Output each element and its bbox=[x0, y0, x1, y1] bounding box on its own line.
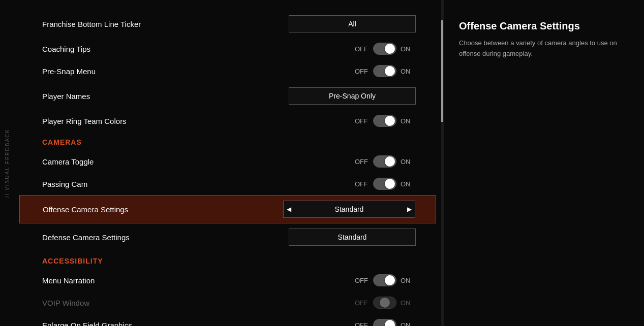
label-menu-narration: Menu Narration bbox=[42, 276, 95, 285]
label-camera-toggle: Camera Toggle bbox=[42, 157, 94, 166]
toggle-camera-toggle[interactable] bbox=[373, 155, 396, 168]
toggle-off-label-coaching-tips: OFF bbox=[355, 45, 369, 53]
toggle-on-label-pre-snap-menu: ON bbox=[401, 68, 415, 75]
row-offense-camera-settings[interactable]: Offense Camera Settings ◀ Standard ▶ bbox=[19, 195, 436, 223]
toggle-off-label-menu-narration: OFF bbox=[355, 277, 369, 284]
row-camera-toggle: Camera Toggle OFF ON bbox=[14, 150, 441, 173]
toggle-on-label-enlarge: ON bbox=[401, 321, 415, 327]
section-accessibility: Accessibility bbox=[14, 251, 441, 269]
toggle-knob-coaching-tips bbox=[385, 44, 395, 54]
row-enlarge-on-field: Enlarge On Field Graphics OFF ON bbox=[14, 314, 441, 326]
toggle-pre-snap-menu[interactable] bbox=[373, 65, 396, 77]
toggle-on-label-passing-cam: ON bbox=[401, 180, 415, 188]
value-player-names: Pre-Snap Only bbox=[329, 92, 376, 100]
row-player-names: Player Names Pre-Snap Only bbox=[14, 82, 441, 110]
label-defense-camera-settings: Defense Camera Settings bbox=[42, 233, 130, 242]
label-passing-cam: Passing Cam bbox=[42, 180, 87, 188]
arrow-right-offense-camera[interactable]: ▶ bbox=[407, 206, 412, 213]
selector-defense-camera-settings[interactable]: Standard bbox=[289, 229, 416, 246]
row-pre-snap-menu: Pre-Snap Menu OFF ON bbox=[14, 60, 441, 82]
row-passing-cam: Passing Cam OFF ON bbox=[14, 173, 441, 195]
toggle-on-label-voip: ON bbox=[401, 299, 415, 307]
selector-offense-camera-settings[interactable]: ◀ Standard ▶ bbox=[283, 201, 415, 218]
toggle-container-menu-narration: OFF ON bbox=[355, 274, 416, 286]
section-cameras: Cameras bbox=[14, 132, 441, 150]
toggle-off-label-pre-snap-menu: OFF bbox=[355, 68, 369, 75]
toggle-container-coaching-tips: OFF ON bbox=[355, 43, 416, 55]
toggle-container-voip: OFF ON bbox=[355, 297, 416, 309]
toggle-knob-enlarge bbox=[385, 320, 395, 326]
toggle-off-label-player-ring: OFF bbox=[355, 117, 369, 125]
row-coaching-tips: Coaching Tips OFF ON bbox=[14, 38, 441, 60]
toggle-off-label-camera-toggle: OFF bbox=[355, 158, 369, 166]
row-voip-window: VOIP Window OFF ON bbox=[14, 291, 441, 314]
label-coaching-tips: Coaching Tips bbox=[42, 45, 90, 53]
row-defense-camera-settings: Defense Camera Settings Standard bbox=[14, 223, 441, 251]
toggle-knob-camera-toggle bbox=[385, 156, 395, 167]
label-player-ring-team-colors: Player Ring Team Colors bbox=[42, 117, 127, 125]
toggle-container-camera-toggle: OFF ON bbox=[355, 155, 416, 168]
toggle-off-label-passing-cam: OFF bbox=[355, 180, 369, 188]
toggle-knob-player-ring bbox=[385, 116, 395, 126]
label-voip-window: VOIP Window bbox=[42, 299, 89, 307]
scrollbar[interactable] bbox=[441, 0, 443, 326]
feedback-label: // VISUAL FEEDBACK bbox=[5, 128, 10, 198]
info-title: Offense Camera Settings bbox=[459, 20, 626, 32]
toggle-on-label-menu-narration: ON bbox=[401, 277, 415, 284]
label-franchise-bottom-line: Franchise Bottom Line Ticker bbox=[42, 20, 141, 28]
value-offense-camera-settings: Standard bbox=[335, 205, 364, 213]
toggle-player-ring[interactable] bbox=[373, 115, 396, 127]
scroll-thumb[interactable] bbox=[441, 20, 443, 122]
toggle-voip bbox=[373, 297, 396, 309]
toggle-coaching-tips[interactable] bbox=[373, 43, 396, 55]
toggle-on-label-player-ring: ON bbox=[401, 117, 415, 125]
arrow-left-offense-camera[interactable]: ◀ bbox=[287, 206, 291, 213]
row-menu-narration: Menu Narration OFF ON bbox=[14, 269, 441, 291]
selector-player-names[interactable]: Pre-Snap Only bbox=[289, 87, 416, 105]
feedback-bar: // VISUAL FEEDBACK bbox=[0, 0, 14, 326]
toggle-knob-pre-snap-menu bbox=[385, 66, 395, 76]
label-pre-snap-menu: Pre-Snap Menu bbox=[42, 67, 96, 76]
toggle-on-label-camera-toggle: ON bbox=[401, 158, 415, 166]
toggle-knob-menu-narration bbox=[385, 275, 395, 285]
value-defense-camera-settings: Standard bbox=[338, 233, 367, 241]
toggle-on-label-coaching-tips: ON bbox=[401, 45, 415, 53]
toggle-menu-narration[interactable] bbox=[373, 274, 396, 286]
toggle-container-pre-snap-menu: OFF ON bbox=[355, 65, 416, 77]
row-franchise-bottom-line: Franchise Bottom Line Ticker All bbox=[14, 10, 441, 38]
toggle-container-player-ring: OFF ON bbox=[355, 115, 416, 127]
settings-panel: Franchise Bottom Line Ticker All Coachin… bbox=[14, 0, 441, 326]
label-enlarge-on-field: Enlarge On Field Graphics bbox=[42, 321, 132, 327]
info-description: Choose between a variety of camera angle… bbox=[459, 38, 626, 59]
row-player-ring-team-colors: Player Ring Team Colors OFF ON bbox=[14, 110, 441, 132]
info-panel: Offense Camera Settings Choose between a… bbox=[443, 0, 641, 326]
toggle-container-enlarge: OFF ON bbox=[355, 319, 416, 326]
value-franchise-bottom-line: All bbox=[348, 20, 356, 28]
label-offense-camera-settings: Offense Camera Settings bbox=[43, 205, 128, 214]
main-content: Franchise Bottom Line Ticker All Coachin… bbox=[14, 0, 644, 326]
label-player-names: Player Names bbox=[42, 92, 90, 101]
selector-franchise-bottom-line[interactable]: All bbox=[289, 15, 416, 32]
toggle-container-passing-cam: OFF ON bbox=[355, 178, 416, 190]
toggle-passing-cam[interactable] bbox=[373, 178, 396, 190]
toggle-knob-voip bbox=[380, 298, 390, 308]
toggle-knob-passing-cam bbox=[385, 179, 395, 189]
toggle-enlarge[interactable] bbox=[373, 319, 396, 326]
toggle-off-label-voip: OFF bbox=[355, 299, 369, 307]
toggle-off-label-enlarge: OFF bbox=[355, 321, 369, 327]
